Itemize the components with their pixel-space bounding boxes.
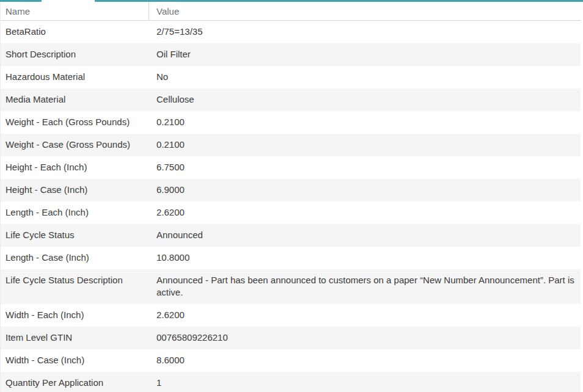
- attribute-value-cell: Cellulose: [149, 89, 581, 111]
- attribute-name-cell: Width - Case (Inch): [1, 349, 149, 372]
- attribute-name-cell: Short Description: [1, 43, 149, 66]
- table-row: Life Cycle Status Announced: [1, 224, 581, 247]
- attribute-value-cell: 6.7500: [149, 156, 581, 179]
- attribute-name-cell: Life Cycle Status: [1, 224, 149, 247]
- attribute-value-cell: Announced - Part has been announced to c…: [149, 269, 581, 304]
- table-row: Quantity Per Application 1: [1, 372, 581, 392]
- attribute-value-cell: 2/75=13/35: [149, 21, 581, 43]
- attribute-value-cell: 2.6200: [149, 304, 581, 327]
- attribute-value-cell: 8.6000: [149, 349, 581, 372]
- table-row: Length - Each (Inch) 2.6200: [1, 201, 581, 224]
- attribute-name-cell: Weight - Case (Gross Pounds): [1, 134, 149, 156]
- attribute-value-cell: 1: [149, 372, 581, 392]
- table-row: Short Description Oil Filter: [1, 43, 581, 66]
- attribute-name-cell: Item Level GTIN: [1, 327, 149, 349]
- table-row: Media Material Cellulose: [1, 89, 581, 111]
- table-row: Length - Case (Inch) 10.8000: [1, 247, 581, 269]
- attribute-value-cell: 2.6200: [149, 201, 581, 224]
- table-header-row: Name Value: [1, 2, 581, 21]
- attribute-value-cell: 00765809226210: [149, 327, 581, 349]
- attribute-name-cell: Length - Case (Inch): [1, 247, 149, 269]
- tab-strip-bottom-border: [0, 0, 583, 2]
- attribute-value-cell: 6.9000: [149, 179, 581, 201]
- attribute-value-cell: 0.2100: [149, 111, 581, 134]
- attribute-name-cell: Width - Each (Inch): [1, 304, 149, 327]
- active-tab-gap: [42, 0, 95, 2]
- table-row: Item Level GTIN 00765809226210: [1, 327, 581, 349]
- attribute-value-cell: Oil Filter: [149, 43, 581, 66]
- attribute-value-cell: 10.8000: [149, 247, 581, 269]
- table-row: BetaRatio 2/75=13/35: [1, 21, 581, 43]
- table-row: Hazardous Material No: [1, 66, 581, 89]
- attribute-value-cell: 0.2100: [149, 134, 581, 156]
- attribute-name-cell: Media Material: [1, 89, 149, 111]
- attribute-name-cell: BetaRatio: [1, 21, 149, 43]
- attribute-name-cell: Life Cycle Status Description: [1, 269, 149, 304]
- table-row: Height - Each (Inch) 6.7500: [1, 156, 581, 179]
- attribute-name-cell: Hazardous Material: [1, 66, 149, 89]
- attributes-panel: Name Value BetaRatio 2/75=13/35 Short De…: [0, 0, 583, 392]
- attribute-name-cell: Quantity Per Application: [1, 372, 149, 392]
- attribute-value-cell: No: [149, 66, 581, 89]
- attribute-name-cell: Height - Case (Inch): [1, 179, 149, 201]
- table-body: BetaRatio 2/75=13/35 Short Description O…: [1, 21, 581, 392]
- column-header-value[interactable]: Value: [149, 2, 581, 20]
- attributes-table: Name Value BetaRatio 2/75=13/35 Short De…: [0, 2, 581, 392]
- attribute-name-cell: Length - Each (Inch): [1, 201, 149, 224]
- table-row: Life Cycle Status Description Announced …: [1, 269, 581, 304]
- attribute-value-cell: Announced: [149, 224, 581, 247]
- table-row: Height - Case (Inch) 6.9000: [1, 179, 581, 201]
- attribute-name-cell: Weight - Each (Gross Pounds): [1, 111, 149, 134]
- table-row: Width - Case (Inch) 8.6000: [1, 349, 581, 372]
- table-row: Weight - Each (Gross Pounds) 0.2100: [1, 111, 581, 134]
- table-row: Width - Each (Inch) 2.6200: [1, 304, 581, 327]
- table-row: Weight - Case (Gross Pounds) 0.2100: [1, 134, 581, 156]
- attribute-name-cell: Height - Each (Inch): [1, 156, 149, 179]
- column-header-name[interactable]: Name: [1, 2, 149, 20]
